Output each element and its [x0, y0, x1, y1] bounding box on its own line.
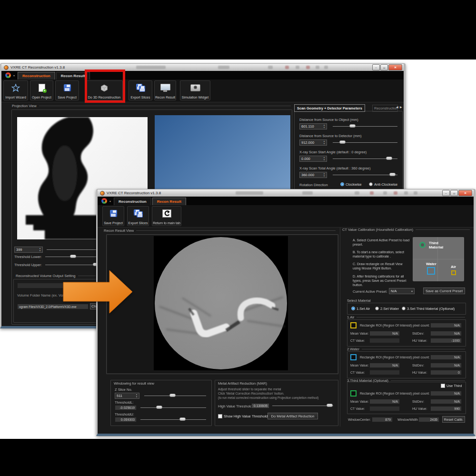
threshold-l-field[interactable]: -0.025619	[115, 405, 137, 410]
window-width-label: WindowWidth	[397, 418, 418, 421]
roi-count-label: Rectangle ROI (Region Of Interest) pixel…	[360, 324, 430, 327]
tab-recon-result[interactable]: Recon Result	[152, 198, 186, 205]
third-ct-field[interactable]	[369, 406, 400, 411]
air-hu-field: -1000	[430, 338, 462, 343]
panel-tab-scroll-right-icon[interactable]: ▶	[400, 105, 402, 109]
checkbox-icon	[218, 414, 222, 418]
threshold-upper-label: Threshold Upper:	[14, 263, 42, 267]
save-floppy-icon	[110, 207, 117, 220]
tab-reconstruction[interactable]: Reconstruction	[18, 72, 55, 79]
chevron-down-icon[interactable]: ▾	[109, 199, 111, 203]
back-titlebar[interactable]: VXRE CT Reconstruction v1.3.8	[1, 64, 404, 71]
current-preset-dropdown[interactable]: N/A	[389, 288, 415, 294]
redacted-icon	[414, 191, 417, 195]
chevron-down-icon[interactable]: ▾	[13, 74, 15, 77]
threshold-l-slider[interactable]	[140, 405, 206, 410]
windowing-title: Windowing for result view	[114, 381, 154, 386]
panel-tab-scan-geometry[interactable]: Scan Geometry + Detector Parameters	[294, 104, 365, 112]
set-air-radio[interactable]: 1.Set Air	[351, 307, 370, 311]
source-object-distance-spinbox[interactable]: 601.110	[299, 123, 327, 129]
threshold-lower-slider[interactable]	[45, 254, 97, 259]
legend-water-label: Water	[426, 262, 436, 266]
app-icon	[100, 191, 105, 196]
panel-tab-scroll-left-icon[interactable]: ◀	[396, 105, 398, 109]
third-groupbox: Use Third Rectangle ROI (Region Of Inter…	[347, 382, 466, 414]
open-project-button[interactable]: Open Project	[30, 80, 53, 100]
high-value-threshold-slider[interactable]	[272, 403, 333, 408]
redacted-text	[268, 66, 273, 69]
set-water-radio[interactable]: 2.Set Water	[375, 307, 399, 311]
close-button[interactable]	[458, 190, 472, 196]
mar-groupbox: Metal Artifact Reduction (MAR) Adjust th…	[215, 380, 338, 426]
close-button[interactable]	[388, 64, 402, 70]
z-slice-slider[interactable]	[144, 393, 206, 398]
import-wizard-button[interactable]: Import Wizard	[3, 80, 28, 100]
ct-value-label: CT Value:	[350, 371, 365, 374]
maximize-button[interactable]	[380, 64, 388, 70]
water-roi-color-icon	[350, 354, 357, 360]
ct-value-label: CT Value:	[350, 339, 365, 342]
spinner-arrows-icon	[323, 157, 325, 161]
reset-calibration-button[interactable]: Reset Calib.	[442, 416, 465, 423]
stddev-label: StdDev:	[412, 332, 424, 335]
use-third-checkbox[interactable]: Use Third	[441, 384, 462, 388]
window-center-field[interactable]: 879	[372, 417, 393, 422]
threshold-u-slider[interactable]	[140, 417, 206, 422]
radio-selected-icon	[351, 307, 355, 310]
save-preset-button[interactable]: Save as Current Preset	[423, 288, 465, 294]
recon-result-view-title: Recon Result View	[104, 228, 336, 233]
app-logo-icon	[101, 198, 107, 204]
z-slice-spinbox[interactable]: 511	[115, 393, 139, 399]
projection-slice-spinbox[interactable]: 399	[14, 247, 43, 253]
front-titlebar[interactable]: VXRE CT Reconstruction v1.3.8	[98, 189, 474, 197]
mean-value-label: Mean Value:	[350, 364, 369, 367]
scan-start-angle-slider[interactable]	[333, 156, 397, 161]
scan-total-angle-slider[interactable]	[333, 172, 397, 177]
redacted-icon	[316, 66, 319, 69]
show-hvt-checkbox[interactable]: Show High Value Threshold	[218, 414, 268, 418]
window-width-field[interactable]: 2435	[418, 417, 439, 422]
return-to-main-tab-button[interactable]: Return to main tab	[152, 206, 181, 226]
save-project-button[interactable]: Save Project	[55, 80, 79, 100]
do-mar-button[interactable]: Do Metal Artifact Reduction	[268, 413, 318, 419]
redacted-icon	[394, 191, 397, 195]
simulation-widget-button[interactable]: Simulation Widget	[180, 80, 210, 100]
scan-start-angle-spinbox[interactable]: 0.000	[299, 156, 327, 162]
redacted-icon	[383, 191, 387, 195]
redacted-icon	[285, 66, 289, 69]
air-ct-field[interactable]	[369, 338, 400, 343]
param-label: Distance from Source to Object (mm)	[299, 118, 358, 122]
water-hu-field: 0	[430, 370, 462, 375]
export-slices-button[interactable]: Export Slices	[129, 80, 152, 100]
toolbar-label: Open Project	[32, 96, 51, 99]
radio-selected-icon	[340, 182, 344, 186]
recon-result-button[interactable]: Recon Result	[154, 80, 176, 100]
water-stddev-field: N/A	[430, 363, 462, 368]
radio-icon	[369, 182, 373, 186]
legend-air-label: Air	[451, 265, 456, 269]
app-icon	[4, 65, 9, 70]
red-highlight-box	[85, 69, 125, 103]
scan-total-angle-spinbox[interactable]: 360.000	[299, 172, 327, 178]
threshold-u-field[interactable]: 0.059303	[115, 417, 137, 422]
minimize-button[interactable]	[442, 190, 450, 196]
set-third-material-radio[interactable]: 3.Set Third Material (Optional)	[402, 307, 455, 311]
save-project-button[interactable]: Save Project	[102, 206, 124, 226]
mar-instruction-3: (to run metal corrected reconstruction u…	[218, 396, 318, 399]
ct-slice-image[interactable]	[154, 236, 288, 370]
source-detector-distance-spinbox[interactable]: 912.000	[299, 139, 327, 146]
minimize-button[interactable]	[372, 64, 380, 70]
maximize-button[interactable]	[450, 190, 458, 196]
roi-count-label: Rectangle ROI (Region Of Interest) pixel…	[360, 392, 430, 395]
high-value-threshold-field[interactable]: 0.130605	[251, 403, 269, 408]
export-slices-button[interactable]: Export Slices	[127, 206, 149, 226]
projection-slice-slider[interactable]	[47, 247, 97, 252]
rotation-clockwise-radio[interactable]: Clockwise	[340, 182, 362, 187]
rotation-anticlockwise-radio[interactable]: Anti-Clockwise	[369, 182, 397, 187]
source-object-distance-slider[interactable]	[333, 124, 397, 129]
air-mean-field: N/A	[369, 331, 400, 336]
tab-reconstruction[interactable]: Reconstruction	[114, 198, 151, 205]
source-detector-distance-slider[interactable]	[333, 140, 397, 145]
threshold-upper-slider[interactable]	[45, 262, 97, 267]
water-ct-field[interactable]	[369, 370, 400, 375]
